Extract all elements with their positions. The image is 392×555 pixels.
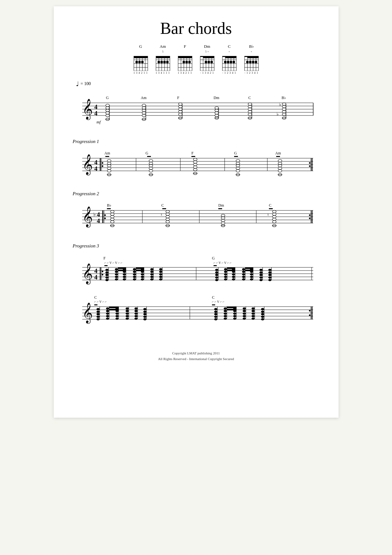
svg-point-196: [193, 158, 197, 161]
svg-point-408: [96, 308, 100, 310]
svg-point-437: [143, 316, 146, 318]
svg-point-382: [259, 271, 263, 274]
svg-text:C: C: [161, 203, 164, 208]
staff-section-prog3: Progression 3 𝄞 4 4 F G ⌐ ⌐: [73, 243, 320, 332]
svg-text:4: 4: [94, 110, 97, 117]
chord-diagrams-row: G: [73, 44, 320, 74]
svg-rect-402: [94, 304, 97, 305]
svg-point-195: [193, 161, 197, 163]
svg-text:⌐ ⌐ V ⌐ V ⌐ ⌐: ⌐ ⌐ V ⌐ V ⌐ ⌐: [104, 261, 122, 265]
svg-point-92: [255, 61, 257, 63]
staff-chords-svg: 𝄞 4 4 G Am F Dm C B♭: [73, 90, 320, 128]
svg-rect-207: [276, 156, 280, 157]
chord-f: F 1 3 4 2 1 1: [177, 44, 193, 74]
svg-point-385: [268, 279, 271, 281]
svg-point-91: [252, 61, 254, 63]
svg-point-12: [135, 61, 138, 63]
svg-point-109: [106, 109, 109, 112]
svg-point-89: [246, 61, 249, 63]
svg-text:B♭: B♭: [107, 203, 111, 208]
svg-point-424: [126, 318, 129, 320]
svg-rect-199: [234, 156, 238, 157]
svg-point-45: [188, 61, 191, 63]
svg-point-234: [104, 215, 106, 216]
svg-point-253: [166, 213, 170, 215]
svg-point-28: [160, 61, 163, 63]
progression-3-label: Progression 3: [73, 243, 320, 249]
svg-point-148: [282, 110, 286, 113]
svg-point-241: [110, 221, 114, 223]
svg-point-303: [115, 278, 118, 281]
svg-point-449: [224, 318, 227, 320]
svg-rect-240: [107, 208, 111, 209]
svg-point-306: [115, 271, 118, 273]
svg-rect-462: [227, 309, 236, 310]
svg-point-352: [224, 276, 227, 278]
svg-point-204: [236, 159, 240, 162]
svg-point-110: [106, 107, 109, 109]
svg-point-471: [252, 313, 255, 315]
footer: Copyright LMAT publishing 2011 All Right…: [73, 351, 320, 362]
svg-point-211: [278, 162, 282, 165]
svg-point-432: [134, 313, 138, 315]
svg-point-58: [205, 61, 207, 63]
svg-point-119: [142, 104, 146, 107]
svg-point-149: [282, 108, 286, 110]
svg-point-414: [106, 308, 109, 310]
svg-rect-26: [156, 56, 170, 58]
svg-text:⌐ ⌐ V ⌐ ⌐: ⌐ ⌐ V ⌐ ⌐: [94, 300, 107, 303]
svg-point-339: [159, 273, 162, 276]
svg-point-411: [106, 315, 109, 317]
svg-point-383: [259, 269, 263, 271]
svg-point-60: [210, 61, 213, 63]
staff-prog3b-svg: 𝄞 C C ⌐ ⌐ V ⌐ ⌐ ⌐ ⌐ V ⌐ ⌐: [73, 292, 320, 330]
svg-point-125: [178, 108, 182, 110]
svg-point-254: [166, 210, 170, 213]
svg-point-470: [252, 315, 255, 317]
svg-text:♮: ♮: [161, 213, 162, 217]
svg-rect-461: [227, 307, 236, 308]
svg-point-299: [105, 274, 109, 276]
chord-grid-dm: [199, 53, 215, 71]
svg-point-208: [278, 170, 282, 172]
svg-point-127: [178, 103, 182, 105]
svg-text:4: 4: [94, 103, 97, 110]
svg-point-310: [123, 276, 126, 278]
svg-text:⌐ ⌐ V ⌐ ⌐: ⌐ ⌐ V ⌐ ⌐: [212, 300, 225, 303]
svg-point-279: [309, 218, 310, 219]
svg-point-331: [150, 278, 153, 281]
svg-text:Am: Am: [275, 151, 281, 155]
svg-point-193: [193, 166, 197, 168]
svg-point-202: [236, 165, 240, 167]
svg-text:𝄞: 𝄞: [82, 263, 93, 285]
svg-point-464: [243, 315, 246, 317]
svg-text:𝄞: 𝄞: [82, 206, 93, 228]
svg-point-455: [233, 318, 236, 320]
svg-point-475: [261, 318, 264, 321]
svg-point-478: [261, 311, 264, 313]
svg-point-269: [272, 213, 276, 215]
svg-point-428: [126, 308, 129, 310]
svg-point-353: [224, 273, 227, 276]
svg-point-297: [105, 279, 109, 281]
svg-point-59: [208, 61, 210, 63]
svg-rect-403: [212, 304, 215, 305]
svg-point-115: [142, 114, 146, 117]
svg-point-463: [243, 318, 246, 320]
svg-point-290: [102, 271, 103, 272]
svg-rect-296: [104, 265, 108, 266]
svg-text:C: C: [94, 295, 97, 300]
svg-point-358: [232, 276, 235, 278]
svg-point-324: [141, 276, 144, 278]
svg-point-369: [242, 268, 245, 271]
svg-rect-191: [191, 156, 195, 157]
svg-point-381: [259, 274, 263, 276]
footer-line1: Copyright LMAT publishing 2011: [73, 351, 320, 356]
svg-point-123: [178, 113, 182, 115]
svg-point-14: [141, 61, 144, 63]
svg-point-366: [242, 276, 245, 278]
svg-point-380: [259, 277, 263, 279]
svg-text:G: G: [212, 256, 215, 260]
svg-point-317: [133, 278, 136, 281]
svg-rect-423: [109, 309, 119, 310]
